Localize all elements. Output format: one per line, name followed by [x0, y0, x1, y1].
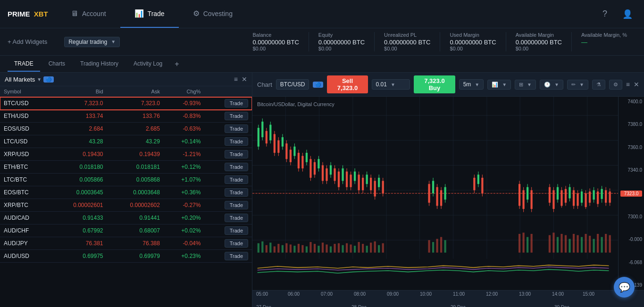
bar-chart-icon: 📊 [492, 82, 498, 88]
trade-button[interactable]: Trade [225, 175, 248, 184]
bid-cell: 0.69975 [50, 250, 107, 263]
table-row[interactable]: AUD/JPY 76.381 76.388 -0.04% Trade [0, 237, 252, 250]
time-tick-1400: 14:00 [552, 291, 564, 297]
flask-button[interactable]: ⚗ [592, 80, 605, 90]
tab-trade[interactable]: TRADE [8, 57, 40, 72]
trade-button[interactable]: Trade [225, 124, 248, 133]
chart-panel-controls: ≡ ✕ [626, 81, 639, 88]
chart-pair-select[interactable]: BTC/USD [276, 79, 309, 90]
sell-button[interactable]: Sell 7,323.0 [327, 75, 368, 93]
trade-button[interactable]: Trade [225, 214, 248, 222]
trade-cell: Trade [204, 123, 252, 135]
table-row[interactable]: LTC/USD 43.28 43.29 +0.14% Trade [0, 135, 252, 148]
ask-cell: 0.69979 [107, 250, 164, 263]
time-tick-1200: 12:00 [486, 291, 498, 297]
table-row[interactable]: ETH/BTC 0.018180 0.018181 +0.12% Trade [0, 161, 252, 174]
markets-panel-header: All Markets ▼ 🔵 ≡ ✕ [0, 73, 252, 86]
buy-button[interactable]: 7,323.0 Buy [414, 75, 455, 93]
price-tick-indicator1: -0.000 [620, 237, 642, 242]
trade-cell: Trade [204, 212, 252, 224]
table-row[interactable]: EOS/USD 2.684 2.685 -0.63% Trade [0, 123, 252, 135]
chg-cell: -0.63% [164, 123, 204, 135]
chg-cell: +1.07% [164, 174, 204, 186]
svg-rect-153 [322, 242, 324, 252]
trade-button[interactable]: Trade [225, 163, 248, 171]
svg-rect-139 [266, 245, 268, 253]
table-row[interactable]: ETH/USD 133.74 133.76 -0.83% Trade [0, 110, 252, 123]
trade-cell: Trade [204, 186, 252, 199]
svg-rect-169 [428, 240, 430, 252]
available-margin-pct-value: — [581, 39, 627, 46]
trade-cell: Trade [204, 148, 252, 161]
indicators-button[interactable]: 📊 ▼ [487, 80, 511, 90]
tab-trading-history[interactable]: Trading History [74, 57, 125, 72]
svg-rect-160 [350, 244, 351, 252]
available-margin-pct-stat: Available Margin, % — [571, 32, 636, 51]
svg-rect-193 [609, 235, 611, 253]
markets-menu-icon[interactable]: ≡ [234, 75, 238, 83]
trade-button[interactable]: Trade [225, 150, 248, 158]
add-tab-button[interactable]: + [171, 58, 183, 70]
chg-cell: -0.83% [164, 110, 204, 123]
trade-button[interactable]: Trade [225, 201, 248, 209]
trade-button[interactable]: Trade [225, 252, 248, 260]
chat-button[interactable]: 💬 [614, 277, 635, 298]
nav-tab-covesting[interactable]: ⚙ Covesting [179, 0, 247, 28]
header-right: ? 👤 [599, 5, 644, 23]
table-row[interactable]: XRP/BTC 0.00002601 0.00002602 -0.27% Tra… [0, 199, 252, 212]
user-button[interactable]: 👤 [619, 5, 636, 23]
trade-button[interactable]: Trade [225, 226, 248, 235]
trade-button[interactable]: Trade [225, 239, 248, 248]
svg-rect-166 [374, 241, 376, 253]
balance-value: 0.00000000 BTC [253, 39, 299, 46]
table-row[interactable]: LTC/BTC 0.005866 0.005868 +1.07% Trade [0, 174, 252, 186]
nav-tab-trade[interactable]: 📊 Trade [120, 0, 179, 28]
chevron-down-icon: ▼ [502, 82, 507, 87]
bid-cell: 43.28 [50, 135, 107, 148]
tab-activity-log[interactable]: Activity Log [127, 57, 169, 72]
svg-rect-146 [293, 246, 295, 253]
markets-title: All Markets ▼ 🔵 [5, 76, 54, 83]
trade-button[interactable]: Trade [225, 188, 248, 197]
table-row[interactable]: AUD/USD 0.69975 0.69979 +0.23% Trade [0, 250, 252, 263]
settings-button[interactable]: ⚙ [609, 80, 622, 90]
svg-rect-159 [346, 243, 348, 253]
svg-rect-163 [362, 244, 364, 253]
time-tick-1500: 15:00 [583, 291, 594, 297]
nav-tab-account[interactable]: 🖥 Account [57, 0, 120, 28]
col-action [204, 86, 252, 97]
chart-menu-icon[interactable]: ≡ [626, 81, 630, 88]
table-row[interactable]: EOS/BTC 0.0003645 0.0003648 +0.36% Trade [0, 186, 252, 199]
table-row[interactable]: AUD/CAD 0.91433 0.91441 +0.20% Trade [0, 212, 252, 224]
amount-input[interactable]: 0.01 ▼ [372, 79, 410, 90]
chart-close-icon[interactable]: ✕ [634, 81, 639, 88]
svg-rect-167 [378, 245, 380, 253]
svg-rect-162 [358, 242, 360, 252]
time-tick-0900: 09:00 [387, 291, 399, 297]
symbol-cell: AUD/JPY [0, 237, 50, 250]
tab-charts[interactable]: Charts [42, 57, 72, 72]
clock-button[interactable]: 🕐 ▼ [540, 80, 563, 90]
symbol-cell: LTC/USD [0, 135, 50, 148]
chg-cell: +0.23% [164, 250, 204, 263]
table-row[interactable]: AUD/CHF 0.67992 0.68007 +0.02% Trade [0, 224, 252, 237]
help-button[interactable]: ? [599, 5, 611, 23]
svg-rect-138 [261, 241, 263, 253]
chg-cell: +0.02% [164, 224, 204, 237]
add-widgets-button[interactable]: + Add Widgets [8, 38, 47, 45]
timeframe-select[interactable]: 5m ▼ [459, 79, 484, 90]
trade-button[interactable]: Trade [225, 112, 248, 120]
price-tick-7340: 7340.0 [620, 167, 642, 173]
trade-cell: Trade [204, 250, 252, 263]
chart-type-button[interactable]: ⊞ ▼ [515, 80, 536, 90]
table-row[interactable]: BTC/USD 7,323.0 7,323.0 -0.93% Trade [0, 97, 252, 110]
svg-rect-140 [269, 242, 271, 252]
markets-close-icon[interactable]: ✕ [242, 75, 247, 83]
trade-button[interactable]: Trade [225, 99, 248, 108]
trade-cell: Trade [204, 135, 252, 148]
account-type-select[interactable]: Regular trading ▼ [64, 37, 120, 47]
chg-cell: -0.93% [164, 97, 204, 110]
draw-button[interactable]: ✏ ▼ [567, 80, 588, 90]
table-row[interactable]: XRP/USD 0.19430 0.19439 -1.21% Trade [0, 148, 252, 161]
trade-button[interactable]: Trade [225, 137, 248, 146]
